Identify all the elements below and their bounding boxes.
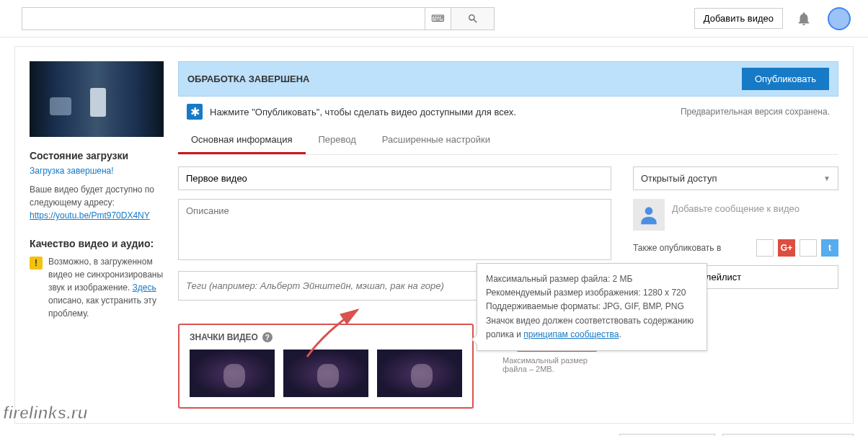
quality-help-link[interactable]: Здесь [133, 282, 156, 293]
upload-status-desc: Ваше видео будет доступно по следующему … [30, 183, 164, 222]
quality-text-2: описано, как устранить эту проблему. [48, 295, 156, 319]
googleplus-icon[interactable]: G+ [778, 239, 795, 257]
chevron-down-icon: ▼ [823, 174, 831, 182]
notice-row: ✱ Нажмите "Опубликовать", чтобы сделать … [178, 97, 838, 127]
sidebar: Состояние загрузки Загрузка завершена! В… [30, 61, 164, 409]
share-checkbox-2[interactable] [800, 239, 817, 257]
tab-basic-info[interactable]: Основная информация [178, 127, 306, 154]
also-publish-row: Также опубликовать в G+ t [633, 239, 838, 257]
save-status: Предварительная версия сохранена. [681, 107, 830, 117]
tab-advanced[interactable]: Расширенные настройки [369, 127, 503, 154]
user-placeholder-icon [633, 199, 665, 231]
message-placeholder[interactable]: Добавьте сообщение к видео [672, 199, 838, 231]
search-icon [467, 13, 479, 25]
search-container: ⌨ [22, 7, 495, 30]
thumbnails-section: ЗНАЧКИ ВИДЕО ? [178, 324, 474, 409]
main-content: Состояние загрузки Загрузка завершена! В… [14, 46, 854, 424]
help-icon[interactable]: ? [262, 332, 273, 342]
share-checkbox-1[interactable] [756, 239, 774, 257]
twitter-icon[interactable]: t [821, 239, 838, 257]
thumbnail-option-1[interactable] [190, 350, 275, 397]
tooltip-line4: Значок видео должен соответствовать соде… [486, 314, 698, 342]
search-button[interactable] [451, 7, 495, 30]
thumbnail-tooltip: Максимальный размер файла: 2 МБ Рекоменд… [477, 263, 707, 351]
community-guidelines-link[interactable]: принципам сообщества [523, 329, 619, 339]
privacy-select[interactable]: Открытый доступ ▼ [633, 166, 838, 190]
message-row: Добавьте сообщение к видео [633, 199, 838, 231]
description-textarea[interactable] [178, 199, 611, 260]
tab-translate[interactable]: Перевод [306, 127, 369, 154]
tooltip-line2: Рекомендуемый размер изображения: 1280 х… [486, 286, 698, 300]
processing-banner: ОБРАБОТКА ЗАВЕРШЕНА Опубликовать [178, 61, 838, 97]
search-input[interactable] [22, 7, 425, 30]
video-url-link[interactable]: https://youtu.be/Pmt970DX4NY [30, 210, 150, 221]
privacy-value: Открытый доступ [641, 173, 717, 184]
quality-title: Качество видео и аудио: [30, 238, 164, 249]
publish-notice: Нажмите "Опубликовать", чтобы сделать ви… [210, 107, 516, 117]
tooltip-line3: Поддерживаемые форматы: JPG, GIF, BMP, P… [486, 300, 698, 313]
warning-icon: ! [30, 257, 43, 270]
upload-status-done: Загрузка завершена! [30, 166, 164, 176]
user-avatar[interactable] [828, 7, 851, 30]
thumbnails-title: ЗНАЧКИ ВИДЕО ? [190, 332, 462, 342]
title-input[interactable] [178, 166, 611, 190]
also-publish-label: Также опубликовать в [633, 243, 721, 253]
tabs: Основная информация Перевод Расширенные … [178, 127, 838, 155]
notifications-icon[interactable] [796, 11, 812, 27]
status-desc-text: Ваше видео будет доступно по следующему … [30, 184, 154, 208]
upload-status-title: Состояние загрузки [30, 150, 164, 161]
thumbnail-option-3[interactable] [377, 350, 462, 397]
info-icon: ✱ [187, 104, 203, 120]
video-preview [30, 61, 164, 137]
editor-panel: ОБРАБОТКА ЗАВЕРШЕНА Опубликовать ✱ Нажми… [178, 61, 838, 409]
watermark: firelinks.ru [3, 404, 88, 423]
svg-point-0 [645, 207, 653, 215]
thumbnail-option-2[interactable] [283, 350, 368, 397]
size-hint: Максимальный размер файла – 2MB. [502, 356, 611, 373]
banner-text: ОБРАБОТКА ЗАВЕРШЕНА [187, 74, 309, 84]
publish-button[interactable]: Опубликовать [742, 68, 829, 90]
quality-warning: ! Возможно, в загруженном видео не синхр… [30, 255, 164, 320]
keyboard-icon[interactable]: ⌨ [425, 7, 451, 30]
footer-buttons: Менеджер видео + Добавить другое видео [0, 424, 868, 436]
app-header: ⌨ Добавить видео [0, 0, 868, 37]
tooltip-line1: Максимальный размер файла: 2 МБ [486, 272, 698, 286]
upload-video-button[interactable]: Добавить видео [694, 8, 783, 29]
